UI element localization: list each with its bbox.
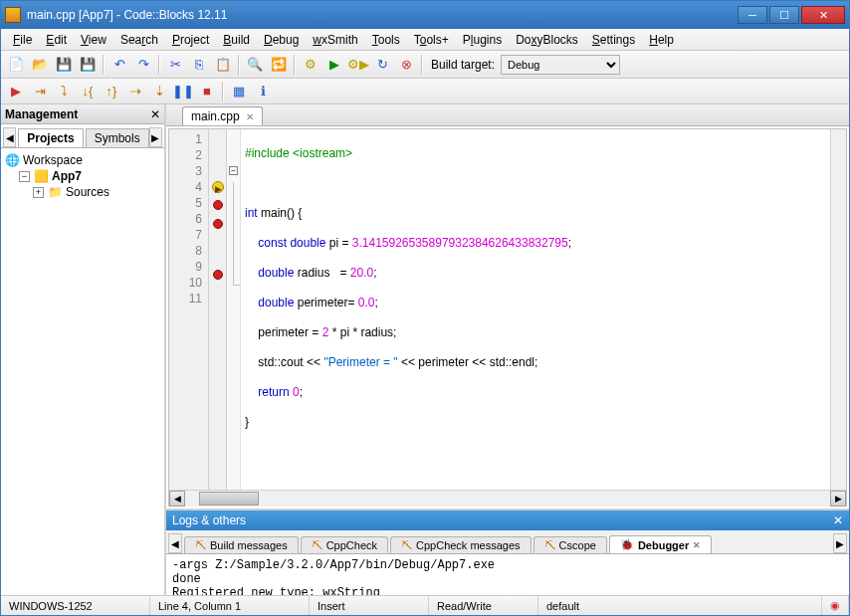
menu-help[interactable]: Help bbox=[643, 31, 680, 49]
build-run-icon[interactable]: ⚙▶ bbox=[347, 54, 369, 76]
next-line-icon[interactable]: ⤵ bbox=[53, 81, 75, 103]
code-editor[interactable]: #include <iostream> int main() { const d… bbox=[241, 129, 830, 490]
tree-sources[interactable]: + 📁 Sources bbox=[5, 184, 160, 200]
status-encoding: WINDOWS-1252 bbox=[1, 596, 150, 615]
undo-icon[interactable]: ↶ bbox=[108, 54, 130, 76]
logs-header: Logs & others ✕ bbox=[166, 511, 849, 530]
toolbar-main: 📄 📂 💾 💾 ↶ ↷ ✂ ⎘ 📋 🔍 🔁 ⚙ ▶ ⚙▶ ↻ ⊗ Build t… bbox=[1, 51, 849, 79]
close-button[interactable]: ✕ bbox=[801, 6, 845, 24]
tab-cscope[interactable]: ⛏Cscope bbox=[533, 536, 607, 553]
tab-projects[interactable]: Projects bbox=[18, 128, 83, 147]
status-insert: Insert bbox=[310, 596, 429, 615]
vscrollbar[interactable] bbox=[830, 129, 846, 490]
titlebar[interactable]: main.cpp [App7] - Code::Blocks 12.11 ─ ☐… bbox=[1, 1, 849, 29]
menu-toolsplus[interactable]: Tools+ bbox=[408, 31, 455, 49]
run-to-cursor-icon[interactable]: ⇥ bbox=[29, 81, 51, 103]
menubar: File Edit View Search Project Build Debu… bbox=[1, 29, 849, 51]
menu-file[interactable]: File bbox=[7, 31, 38, 49]
menu-settings[interactable]: Settings bbox=[586, 31, 641, 49]
expand-icon[interactable]: − bbox=[19, 171, 30, 182]
debugger-log[interactable]: -args Z:/Sample/3.2.0/App7/bin/Debug/App… bbox=[166, 554, 849, 595]
rebuild-icon[interactable]: ↻ bbox=[371, 54, 393, 76]
logs-tab-next[interactable]: ▶ bbox=[833, 533, 847, 553]
save-icon[interactable]: 💾 bbox=[53, 54, 75, 76]
toolbar-debug: ▶ ⇥ ⤵ ↓{ ↑} ⇢ ⇣ ❚❚ ■ ▦ ℹ bbox=[1, 79, 849, 104]
expand-icon[interactable]: + bbox=[33, 187, 44, 198]
menu-doxyblocks[interactable]: DoxyBlocks bbox=[510, 31, 584, 49]
mgmt-tab-next[interactable]: ▶ bbox=[149, 127, 162, 147]
breakpoint-icon[interactable] bbox=[213, 200, 223, 210]
logs-close-icon[interactable]: ✕ bbox=[833, 513, 843, 527]
stop-icon[interactable]: ■ bbox=[196, 81, 218, 103]
debug-start-icon[interactable]: ▶ bbox=[5, 81, 27, 103]
tree-project[interactable]: − 🟨 App7 bbox=[5, 168, 160, 184]
editor-tab-main[interactable]: main.cpp ✕ bbox=[182, 106, 263, 125]
tab-cppcheck[interactable]: ⛏CppCheck bbox=[301, 536, 388, 553]
logs-title: Logs & others bbox=[172, 513, 246, 527]
open-file-icon[interactable]: 📂 bbox=[29, 54, 51, 76]
tab-debugger[interactable]: 🐞Debugger✕ bbox=[609, 535, 712, 553]
tab-build-messages[interactable]: ⛏Build messages bbox=[184, 536, 299, 553]
app-icon bbox=[5, 7, 21, 23]
line-number-gutter: 1234567891011 bbox=[169, 129, 209, 490]
next-instr-icon[interactable]: ⇢ bbox=[124, 81, 146, 103]
tab-close-icon[interactable]: ✕ bbox=[693, 540, 701, 550]
save-all-icon[interactable]: 💾 bbox=[77, 54, 99, 76]
menu-wxsmith[interactable]: wxSmith bbox=[307, 31, 363, 49]
menu-search[interactable]: Search bbox=[114, 31, 164, 49]
window-title: main.cpp [App7] - Code::Blocks 12.11 bbox=[27, 8, 736, 22]
info-icon[interactable]: ℹ bbox=[252, 81, 274, 103]
redo-icon[interactable]: ↷ bbox=[132, 54, 154, 76]
pause-icon[interactable]: ❚❚ bbox=[172, 81, 194, 103]
build-target-label: Build target: bbox=[427, 58, 499, 72]
build-target-select[interactable]: Debug bbox=[501, 55, 620, 75]
menu-view[interactable]: View bbox=[75, 31, 112, 49]
status-readwrite: Read/Write bbox=[429, 596, 538, 615]
find-icon[interactable]: 🔍 bbox=[244, 54, 266, 76]
tab-symbols[interactable]: Symbols bbox=[86, 128, 149, 147]
maximize-button[interactable]: ☐ bbox=[769, 6, 799, 24]
folder-icon: 📁 bbox=[48, 185, 62, 199]
paste-icon[interactable]: 📋 bbox=[212, 54, 234, 76]
breakpoint-icon[interactable] bbox=[213, 219, 223, 229]
management-close-icon[interactable]: ✕ bbox=[150, 107, 160, 121]
mgmt-tab-prev[interactable]: ◀ bbox=[3, 127, 16, 147]
step-out-icon[interactable]: ↑} bbox=[101, 81, 122, 103]
fold-minus-icon[interactable]: − bbox=[229, 166, 238, 175]
logs-tab-prev[interactable]: ◀ bbox=[168, 533, 182, 553]
project-tree[interactable]: 🌐 Workspace − 🟨 App7 + 📁 Sources bbox=[1, 148, 164, 595]
fold-gutter[interactable]: − bbox=[227, 129, 241, 490]
logs-panel: Logs & others ✕ ◀ ⛏Build messages ⛏CppCh… bbox=[166, 509, 849, 595]
step-instr-icon[interactable]: ⇣ bbox=[148, 81, 170, 103]
new-file-icon[interactable]: 📄 bbox=[5, 54, 27, 76]
current-line-marker-icon bbox=[212, 181, 224, 193]
status-profile: default bbox=[538, 596, 822, 615]
debug-windows-icon[interactable]: ▦ bbox=[228, 81, 250, 103]
marker-gutter[interactable] bbox=[209, 129, 227, 490]
menu-tools[interactable]: Tools bbox=[366, 31, 406, 49]
menu-edit[interactable]: Edit bbox=[40, 31, 73, 49]
tree-workspace[interactable]: 🌐 Workspace bbox=[5, 152, 160, 168]
menu-build[interactable]: Build bbox=[217, 31, 256, 49]
status-indicator-icon: ◉ bbox=[822, 596, 849, 615]
build-icon[interactable]: ⚙ bbox=[300, 54, 321, 76]
minimize-button[interactable]: ─ bbox=[738, 6, 767, 24]
step-into-icon[interactable]: ↓{ bbox=[77, 81, 99, 103]
editor-tabstrip: main.cpp ✕ bbox=[166, 104, 849, 126]
management-panel: Management ✕ ◀ Projects Symbols ▶ 🌐 Work… bbox=[1, 104, 166, 595]
breakpoint-icon[interactable] bbox=[213, 270, 223, 280]
statusbar: WINDOWS-1252 Line 4, Column 1 Insert Rea… bbox=[1, 595, 849, 615]
editor-tab-label: main.cpp bbox=[191, 109, 240, 123]
cut-icon[interactable]: ✂ bbox=[164, 54, 186, 76]
menu-debug[interactable]: Debug bbox=[258, 31, 305, 49]
hscrollbar[interactable]: ◀ ▶ bbox=[169, 490, 846, 506]
replace-icon[interactable]: 🔁 bbox=[268, 54, 290, 76]
menu-plugins[interactable]: Plugins bbox=[457, 31, 508, 49]
menu-project[interactable]: Project bbox=[166, 31, 215, 49]
run-icon[interactable]: ▶ bbox=[323, 54, 345, 76]
abort-icon[interactable]: ⊗ bbox=[395, 54, 417, 76]
workspace-icon: 🌐 bbox=[5, 153, 19, 167]
copy-icon[interactable]: ⎘ bbox=[188, 54, 210, 76]
tab-cppcheck-messages[interactable]: ⛏CppCheck messages bbox=[390, 536, 531, 553]
tab-close-icon[interactable]: ✕ bbox=[246, 111, 254, 122]
